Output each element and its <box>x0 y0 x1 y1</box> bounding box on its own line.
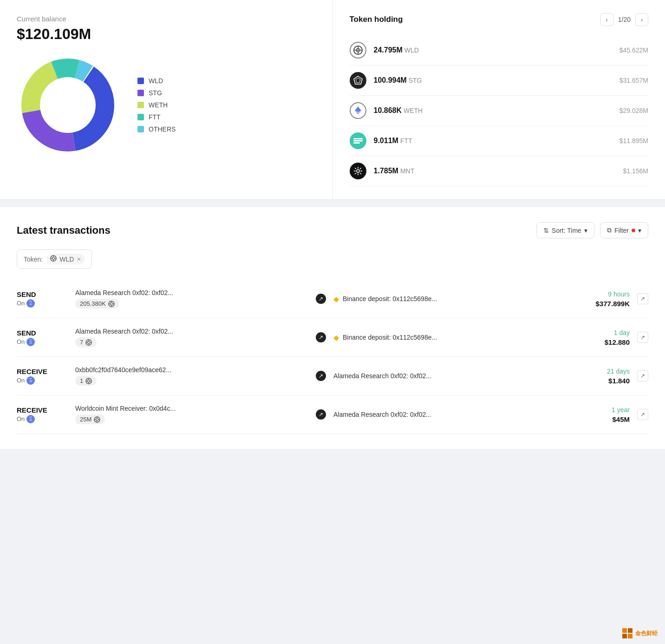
token-icon-mnt <box>350 163 366 179</box>
binance-icon-1: ◆ <box>333 333 339 342</box>
transactions-header: Latest transactions ⇅ Sort: Time ▾ ⧉ Fil… <box>17 222 648 238</box>
legend-label-others: OTHERS <box>149 125 176 133</box>
tx-time-col-1: 1 day $12.880 <box>574 329 630 346</box>
token-row-mnt: 1.785MMNT $1.156M <box>350 156 649 186</box>
remove-filter-button[interactable]: ✕ <box>77 256 81 263</box>
external-link-3[interactable]: ↗ <box>637 409 648 420</box>
token-usd-weth: $29.028M <box>619 107 648 114</box>
next-page-button[interactable]: › <box>635 13 648 26</box>
tx-to-addr-3: Alameda Research 0xf02: 0xf02... <box>333 411 431 418</box>
tx-from-addr-2: 0xbb0fc2f0d7640ce9ef09ace62... <box>75 366 308 374</box>
svg-point-5 <box>41 78 95 132</box>
tx-from-col-3: Worldcoin Mint Receiver: 0x0d4c... 25M <box>75 405 308 424</box>
page-info: 1/20 <box>618 16 631 23</box>
token-usd-mnt: $1.156M <box>623 167 648 175</box>
tx-from-col-2: 0xbb0fc2f0d7640ce9ef09ace62... 1 <box>75 366 308 386</box>
token-amount-weth: 10.868KWETH <box>374 106 619 115</box>
tx-on-3: On Ξ <box>17 415 68 423</box>
binance-icon-0: ◆ <box>333 295 339 303</box>
tx-time-col-3: 1 year $45M <box>574 406 630 423</box>
eth-icon-1: Ξ <box>26 338 35 346</box>
token-filter-tag: WLD ✕ <box>46 254 85 264</box>
token-filter-bar: Token: WLD ✕ <box>17 250 92 269</box>
external-link-2[interactable]: ↗ <box>637 370 648 381</box>
tx-amount-badge-0: 205.380K <box>75 299 119 309</box>
token-usd-ftt: $11.895M <box>619 137 648 145</box>
eth-icon-0: Ξ <box>26 299 35 308</box>
filter-icon: ⧉ <box>607 226 612 234</box>
token-holding-panel: Token holding ‹ 1/20 › 24.795MWLD $45.62… <box>333 0 665 199</box>
tx-from-col-0: Alameda Research 0xf02: 0xf02... 205.380… <box>75 289 308 309</box>
token-amount-stg: 100.994MSTG <box>374 76 619 85</box>
token-usd-stg: $31.657M <box>619 77 648 84</box>
tx-usd-2: $1.840 <box>574 377 630 385</box>
filter-chevron-icon: ▾ <box>638 227 641 234</box>
tx-from-addr-1: Alameda Research 0xf02: 0xf02... <box>75 328 308 335</box>
sort-chevron-icon: ▾ <box>584 227 587 234</box>
tx-time-2: 21 days <box>574 368 630 375</box>
svg-rect-16 <box>353 142 360 144</box>
legend-dot-wld <box>137 78 144 84</box>
tx-amount-badge-2: 1 <box>75 376 97 386</box>
donut-chart <box>17 54 119 156</box>
tx-controls: ⇅ Sort: Time ▾ ⧉ Filter ▾ <box>536 222 648 238</box>
balance-value: $120.109M <box>17 26 316 43</box>
tx-usd-0: $377.899K <box>574 300 630 308</box>
legend-dot-stg <box>137 90 144 96</box>
tx-amount-badge-1: 7 <box>75 337 97 347</box>
filter-label: Filter <box>614 227 629 234</box>
table-row: SEND On Ξ Alameda Research 0xf02: 0xf02.… <box>17 280 648 318</box>
legend-item-wld: WLD <box>137 77 176 85</box>
transactions-list: SEND On Ξ Alameda Research 0xf02: 0xf02.… <box>17 280 648 434</box>
filter-button[interactable]: ⧉ Filter ▾ <box>600 222 648 238</box>
legend-label-wld: WLD <box>149 77 163 85</box>
legend-label-stg: STG <box>149 89 162 97</box>
tx-to-col-1: ◆ Binance deposit: 0x112c5698e... <box>333 333 567 342</box>
tx-on-0: On Ξ <box>17 299 68 308</box>
sort-label: Sort: Time <box>552 227 581 234</box>
svg-point-27 <box>52 257 55 260</box>
svg-point-33 <box>110 302 112 305</box>
external-link-0[interactable]: ↗ <box>637 293 648 304</box>
legend-dot-ftt <box>137 114 144 120</box>
svg-rect-15 <box>353 140 363 142</box>
token-amount-mnt: 1.785MMNT <box>374 167 623 175</box>
sort-button[interactable]: ⇅ Sort: Time ▾ <box>536 222 594 238</box>
svg-point-25 <box>357 170 359 172</box>
tx-type-col-1: SEND On Ξ <box>17 329 68 346</box>
token-icon-stg <box>350 72 366 89</box>
token-header: Token holding ‹ 1/20 › <box>350 13 649 26</box>
tx-arrow-icon-1: ↗ <box>316 332 326 342</box>
token-icon-weth <box>350 102 366 119</box>
svg-line-23 <box>360 168 361 169</box>
prev-page-button[interactable]: ‹ <box>600 13 613 26</box>
tx-type-2: RECEIVE <box>17 368 68 375</box>
svg-line-24 <box>355 173 356 174</box>
legend-label-ftt: FTT <box>149 113 161 121</box>
tx-type-0: SEND <box>17 290 68 298</box>
tx-to-addr-0: Binance deposit: 0x112c5698e... <box>343 295 437 302</box>
token-filter-icon <box>50 255 57 263</box>
legend-item-ftt: FTT <box>137 113 176 121</box>
legend-item-stg: STG <box>137 89 176 97</box>
svg-line-22 <box>360 173 361 174</box>
eth-icon-3: Ξ <box>26 415 35 423</box>
tx-usd-1: $12.880 <box>574 338 630 346</box>
token-amount-wld: 24.795MWLD <box>374 46 619 54</box>
tx-to-addr-1: Binance deposit: 0x112c5698e... <box>343 334 437 341</box>
sort-icon: ⇅ <box>543 227 549 234</box>
tx-time-3: 1 year <box>574 406 630 414</box>
eth-icon-2: Ξ <box>26 376 35 385</box>
tx-time-col-2: 21 days $1.840 <box>574 368 630 385</box>
tx-amount-badge-3: 25M <box>75 414 105 424</box>
tx-on-1: On Ξ <box>17 338 68 346</box>
external-link-1[interactable]: ↗ <box>637 332 648 343</box>
tx-type-col-0: SEND On Ξ <box>17 290 68 308</box>
svg-point-45 <box>88 380 90 382</box>
svg-rect-14 <box>353 138 363 139</box>
tx-type-col-3: RECEIVE On Ξ <box>17 406 68 423</box>
svg-point-39 <box>88 341 90 343</box>
legend-dot-others <box>137 126 144 132</box>
legend-dot-weth <box>137 102 144 108</box>
token-row-stg: 100.994MSTG $31.657M <box>350 66 649 96</box>
